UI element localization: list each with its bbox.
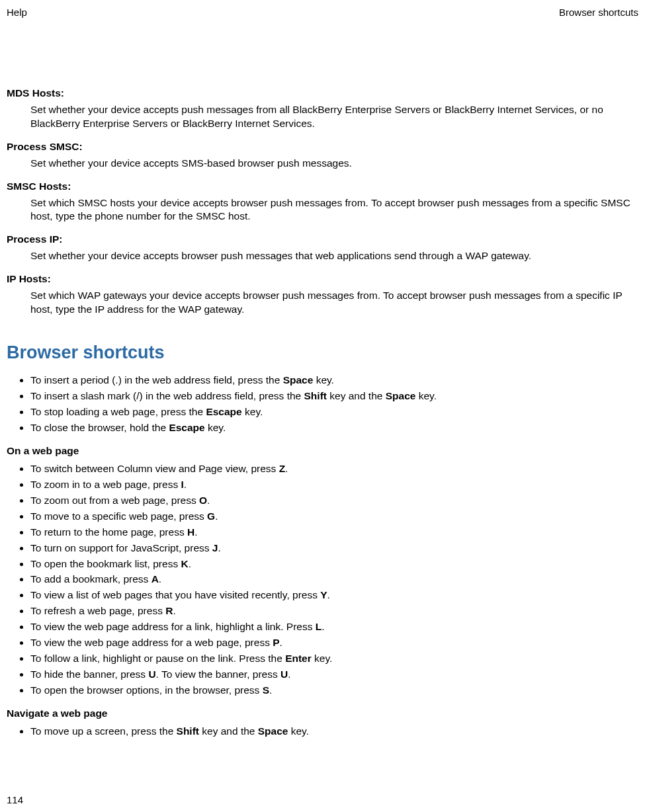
list-item: To hide the banner, press U. To view the… [30, 668, 638, 682]
definition-term: Process SMSC: [7, 140, 638, 154]
list-item: To add a bookmark, press A. [30, 573, 638, 587]
list-item: To zoom in to a web page, press I. [30, 478, 638, 492]
list-item: To view the web page address for a link,… [30, 620, 638, 634]
shortcuts-general: To insert a period (.) in the web addres… [7, 374, 638, 435]
list-item: To view a list of web pages that you hav… [30, 589, 638, 602]
subhead-navigate: Navigate a web page [7, 707, 638, 721]
list-item: To refresh a web page, press R. [30, 604, 638, 618]
list-item: To turn on support for JavaScript, press… [30, 542, 638, 555]
page-number: 114 [7, 794, 23, 805]
definition-description: Set which SMSC hosts your device accepts… [30, 196, 638, 224]
page-content: MDS Hosts:Set whether your device accept… [0, 18, 645, 739]
list-item: To open the bookmark list, press K. [30, 557, 638, 571]
definition-description: Set whether your device accepts browser … [30, 249, 638, 263]
definition-description: Set whether your device accepts SMS-base… [30, 157, 638, 171]
list-item: To return to the home page, press H. [30, 526, 638, 540]
list-item: To open the browser options, in the brow… [30, 684, 638, 698]
definition-term: IP Hosts: [7, 272, 638, 286]
header-left: Help [7, 7, 27, 18]
definition-description: Set whether your device accepts push mes… [30, 103, 638, 131]
definition-term: Process IP: [7, 233, 638, 247]
list-item: To close the browser, hold the Escape ke… [30, 421, 638, 435]
page-header: Help Browser shortcuts [0, 0, 645, 18]
list-item: To follow a link, highlight or pause on … [30, 652, 638, 666]
list-item: To move up a screen, press the Shift key… [30, 725, 638, 739]
list-item: To switch between Column view and Page v… [30, 462, 638, 476]
definitions-list: MDS Hosts:Set whether your device accept… [7, 87, 638, 317]
list-item: To insert a period (.) in the web addres… [30, 374, 638, 387]
section-title: Browser shortcuts [7, 341, 638, 364]
definition-term: SMSC Hosts: [7, 180, 638, 194]
list-item: To move to a specific web page, press G. [30, 510, 638, 524]
list-item: To insert a slash mark (/) in the web ad… [30, 389, 638, 403]
shortcuts-navigate: To move up a screen, press the Shift key… [7, 725, 638, 739]
shortcuts-on-page: To switch between Column view and Page v… [7, 462, 638, 698]
list-item: To zoom out from a web page, press O. [30, 494, 638, 508]
list-item: To view the web page address for a web p… [30, 636, 638, 650]
list-item: To stop loading a web page, press the Es… [30, 405, 638, 419]
definition-description: Set which WAP gateways your device accep… [30, 289, 638, 317]
header-right: Browser shortcuts [559, 7, 638, 18]
definition-term: MDS Hosts: [7, 87, 638, 101]
subhead-on-a-web-page: On a web page [7, 444, 638, 458]
